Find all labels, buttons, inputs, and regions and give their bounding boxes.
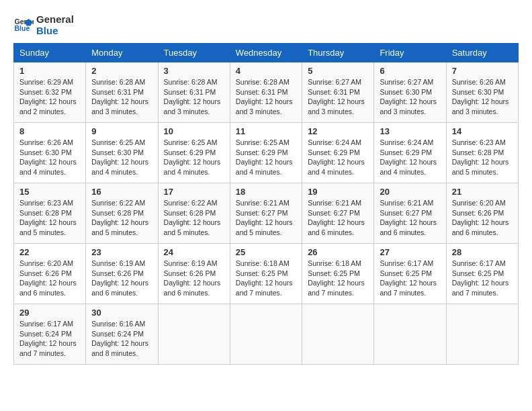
week-row-5: 29 Sunrise: 6:17 AMSunset: 6:24 PMDaylig… [14,304,519,365]
day-number: 11 [236,126,296,136]
calendar-cell [446,304,518,365]
day-detail: Sunrise: 6:20 AMSunset: 6:26 PMDaylight:… [452,198,513,238]
day-number: 24 [164,247,224,257]
day-number: 27 [380,247,440,257]
day-number: 29 [19,308,80,318]
calendar-table: SundayMondayTuesdayWednesdayThursdayFrid… [13,43,519,365]
calendar-cell: 16 Sunrise: 6:22 AMSunset: 6:28 PMDaylig… [86,183,158,244]
calendar-cell: 5 Sunrise: 6:27 AMSunset: 6:31 PMDayligh… [302,62,374,123]
calendar-cell: 8 Sunrise: 6:26 AMSunset: 6:30 PMDayligh… [14,123,86,183]
day-detail: Sunrise: 6:20 AMSunset: 6:26 PMDaylight:… [19,259,80,298]
day-detail: Sunrise: 6:24 AMSunset: 6:29 PMDaylight:… [380,138,440,177]
day-detail: Sunrise: 6:17 AMSunset: 6:25 PMDaylight:… [380,259,440,298]
header-tuesday: Tuesday [158,44,230,62]
day-detail: Sunrise: 6:29 AMSunset: 6:32 PMDaylight:… [19,77,80,117]
day-number: 13 [380,126,440,136]
day-detail: Sunrise: 6:22 AMSunset: 6:28 PMDaylight:… [164,198,224,238]
day-detail: Sunrise: 6:26 AMSunset: 6:30 PMDaylight:… [19,138,80,177]
header-monday: Monday [86,44,158,62]
day-detail: Sunrise: 6:27 AMSunset: 6:31 PMDaylight:… [308,77,368,117]
calendar-cell: 23 Sunrise: 6:19 AMSunset: 6:26 PMDaylig… [86,244,158,304]
calendar-cell: 21 Sunrise: 6:20 AMSunset: 6:26 PMDaylig… [446,183,518,244]
calendar-cell: 11 Sunrise: 6:25 AMSunset: 6:29 PMDaylig… [230,123,302,183]
day-number: 7 [452,66,513,76]
logo: General Blue GeneralBlue [13,13,74,36]
calendar-cell: 13 Sunrise: 6:24 AMSunset: 6:29 PMDaylig… [374,123,446,183]
calendar-cell: 12 Sunrise: 6:24 AMSunset: 6:29 PMDaylig… [302,123,374,183]
day-detail: Sunrise: 6:16 AMSunset: 6:24 PMDaylight:… [91,319,152,359]
day-detail: Sunrise: 6:18 AMSunset: 6:25 PMDaylight:… [236,259,296,298]
calendar-cell: 20 Sunrise: 6:21 AMSunset: 6:27 PMDaylig… [374,183,446,244]
day-number: 20 [380,187,440,197]
day-detail: Sunrise: 6:23 AMSunset: 6:28 PMDaylight:… [452,138,513,177]
logo-text: GeneralBlue [36,13,74,36]
day-number: 22 [19,247,80,257]
day-number: 28 [452,247,513,257]
day-detail: Sunrise: 6:21 AMSunset: 6:27 PMDaylight:… [308,198,368,238]
page-header: General Blue GeneralBlue [13,13,519,36]
day-detail: Sunrise: 6:28 AMSunset: 6:31 PMDaylight:… [164,77,224,117]
header-friday: Friday [374,44,446,62]
day-number: 21 [452,187,513,197]
day-detail: Sunrise: 6:22 AMSunset: 6:28 PMDaylight:… [91,198,152,238]
calendar-cell: 1 Sunrise: 6:29 AMSunset: 6:32 PMDayligh… [14,62,86,123]
day-detail: Sunrise: 6:27 AMSunset: 6:30 PMDaylight:… [380,77,440,117]
day-detail: Sunrise: 6:28 AMSunset: 6:31 PMDaylight:… [91,77,152,117]
calendar-cell: 6 Sunrise: 6:27 AMSunset: 6:30 PMDayligh… [374,62,446,123]
calendar-cell: 27 Sunrise: 6:17 AMSunset: 6:25 PMDaylig… [374,244,446,304]
calendar-cell: 7 Sunrise: 6:26 AMSunset: 6:30 PMDayligh… [446,62,518,123]
day-detail: Sunrise: 6:25 AMSunset: 6:29 PMDaylight:… [164,138,224,177]
day-detail: Sunrise: 6:19 AMSunset: 6:26 PMDaylight:… [164,259,224,298]
calendar-cell: 24 Sunrise: 6:19 AMSunset: 6:26 PMDaylig… [158,244,230,304]
logo-icon: General Blue [13,15,34,35]
header-thursday: Thursday [302,44,374,62]
day-number: 12 [308,126,368,136]
calendar-cell [302,304,374,365]
calendar-cell: 29 Sunrise: 6:17 AMSunset: 6:24 PMDaylig… [14,304,86,365]
day-detail: Sunrise: 6:23 AMSunset: 6:28 PMDaylight:… [19,198,80,238]
day-number: 1 [19,66,80,76]
day-number: 10 [164,126,224,136]
day-number: 17 [164,187,224,197]
calendar-cell: 15 Sunrise: 6:23 AMSunset: 6:28 PMDaylig… [14,183,86,244]
calendar-cell: 4 Sunrise: 6:28 AMSunset: 6:31 PMDayligh… [230,62,302,123]
header-sunday: Sunday [14,44,86,62]
calendar-cell [230,304,302,365]
day-detail: Sunrise: 6:18 AMSunset: 6:25 PMDaylight:… [308,259,368,298]
day-detail: Sunrise: 6:25 AMSunset: 6:29 PMDaylight:… [236,138,296,177]
day-number: 19 [308,187,368,197]
day-number: 18 [236,187,296,197]
calendar-cell: 9 Sunrise: 6:25 AMSunset: 6:30 PMDayligh… [86,123,158,183]
day-detail: Sunrise: 6:26 AMSunset: 6:30 PMDaylight:… [452,77,513,117]
calendar-cell: 3 Sunrise: 6:28 AMSunset: 6:31 PMDayligh… [158,62,230,123]
calendar-cell [158,304,230,365]
day-number: 3 [164,66,224,76]
day-detail: Sunrise: 6:17 AMSunset: 6:24 PMDaylight:… [19,319,80,359]
calendar-cell: 17 Sunrise: 6:22 AMSunset: 6:28 PMDaylig… [158,183,230,244]
day-number: 6 [380,66,440,76]
day-detail: Sunrise: 6:17 AMSunset: 6:25 PMDaylight:… [452,259,513,298]
calendar-cell: 14 Sunrise: 6:23 AMSunset: 6:28 PMDaylig… [446,123,518,183]
day-number: 14 [452,126,513,136]
day-detail: Sunrise: 6:25 AMSunset: 6:30 PMDaylight:… [91,138,152,177]
day-number: 9 [91,126,152,136]
day-number: 16 [91,187,152,197]
day-number: 15 [19,187,80,197]
week-row-3: 15 Sunrise: 6:23 AMSunset: 6:28 PMDaylig… [14,183,519,244]
calendar-cell: 30 Sunrise: 6:16 AMSunset: 6:24 PMDaylig… [86,304,158,365]
week-row-2: 8 Sunrise: 6:26 AMSunset: 6:30 PMDayligh… [14,123,519,183]
day-detail: Sunrise: 6:21 AMSunset: 6:27 PMDaylight:… [236,198,296,238]
calendar-header-row: SundayMondayTuesdayWednesdayThursdayFrid… [14,44,519,62]
header-wednesday: Wednesday [230,44,302,62]
day-number: 8 [19,126,80,136]
calendar-cell: 25 Sunrise: 6:18 AMSunset: 6:25 PMDaylig… [230,244,302,304]
day-number: 25 [236,247,296,257]
calendar-cell: 19 Sunrise: 6:21 AMSunset: 6:27 PMDaylig… [302,183,374,244]
header-saturday: Saturday [446,44,518,62]
calendar-cell [374,304,446,365]
calendar-cell: 28 Sunrise: 6:17 AMSunset: 6:25 PMDaylig… [446,244,518,304]
day-number: 4 [236,66,296,76]
day-number: 5 [308,66,368,76]
day-detail: Sunrise: 6:19 AMSunset: 6:26 PMDaylight:… [91,259,152,298]
calendar-cell: 26 Sunrise: 6:18 AMSunset: 6:25 PMDaylig… [302,244,374,304]
